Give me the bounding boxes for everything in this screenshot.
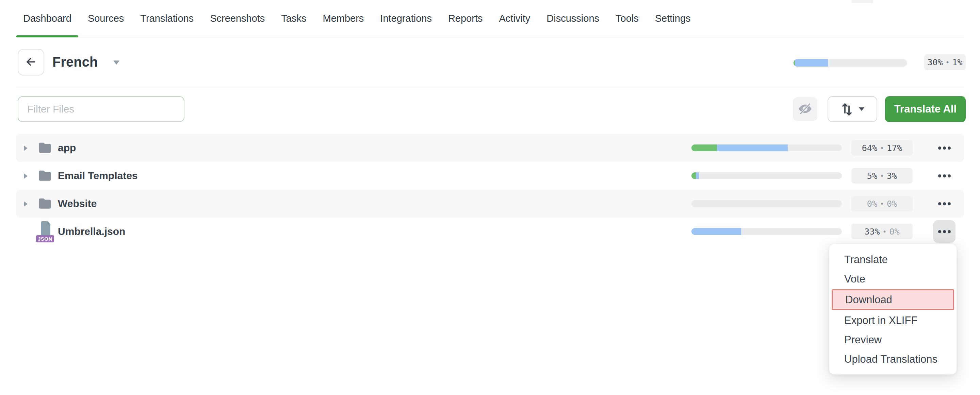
tab-label: Integrations <box>380 13 432 24</box>
translated-percent: 0% <box>867 199 877 209</box>
tab-label: Tools <box>616 13 639 24</box>
translated-percent: 33% <box>864 227 880 236</box>
file-row-website[interactable]: Website 0% • 0% <box>16 190 964 217</box>
badge-separator: • <box>880 172 884 180</box>
json-chip-label: JSON <box>36 235 54 243</box>
ellipsis-icon <box>938 174 951 178</box>
badge-separator: • <box>883 227 887 236</box>
hide-completed-button[interactable] <box>793 97 817 121</box>
tab-members[interactable]: Members <box>316 0 371 37</box>
translated-progress-segment <box>692 228 741 235</box>
file-context-menu: Translate Vote Download Export in XLIFF … <box>829 243 957 374</box>
approved-progress-segment <box>692 172 696 179</box>
file-progress-bar <box>692 172 842 179</box>
file-progress-badge: 64% • 17% <box>851 140 913 156</box>
tab-tools[interactable]: Tools <box>609 0 646 37</box>
tab-translations[interactable]: Translations <box>134 0 200 37</box>
context-menu-item-upload-translations[interactable]: Upload Translations <box>829 349 956 369</box>
file-name: Email Templates <box>58 170 138 181</box>
file-progress-badge: 33% • 0% <box>851 224 913 239</box>
row-actions-button[interactable] <box>933 165 956 187</box>
approved-percent: 17% <box>887 143 902 153</box>
badge-separator: • <box>880 200 884 208</box>
tab-label: Translations <box>140 13 194 24</box>
tab-integrations[interactable]: Integrations <box>373 0 439 37</box>
page-title: French <box>52 53 98 71</box>
eye-slash-icon <box>798 102 812 117</box>
badge-separator: • <box>946 58 950 66</box>
translate-all-button[interactable]: Translate All <box>885 96 966 122</box>
menu-item-label: Download <box>845 294 892 306</box>
filter-files-input[interactable] <box>18 96 185 122</box>
ellipsis-icon <box>938 202 951 205</box>
context-menu-item-download[interactable]: Download <box>832 289 954 310</box>
tab-screenshots[interactable]: Screenshots <box>203 0 272 37</box>
context-menu-item-export-in-xliff[interactable]: Export in XLIFF <box>829 311 956 330</box>
tab-dashboard[interactable]: Dashboard <box>16 0 78 37</box>
approved-percent: 1% <box>953 57 963 67</box>
tab-settings[interactable]: Settings <box>648 0 698 37</box>
tab-label: Discussions <box>546 13 599 24</box>
tab-label: Members <box>323 13 364 24</box>
sort-button[interactable] <box>827 96 877 122</box>
sort-arrows-icon <box>840 102 853 117</box>
folder-icon <box>38 197 52 210</box>
context-menu-item-vote[interactable]: Vote <box>829 269 956 289</box>
menu-item-label: Export in XLIFF <box>844 314 917 327</box>
folder-icon <box>38 141 52 154</box>
tab-activity[interactable]: Activity <box>492 0 537 37</box>
file-progress-bar <box>692 228 842 235</box>
project-nav: Dashboard Sources Translations Screensho… <box>16 0 964 37</box>
file-name: Umbrella.json <box>58 226 125 237</box>
context-menu-item-preview[interactable]: Preview <box>829 330 956 349</box>
tab-label: Dashboard <box>23 13 72 24</box>
file-progress-badge: 5% • 3% <box>851 168 913 184</box>
tab-discussions[interactable]: Discussions <box>540 0 606 37</box>
tab-reports[interactable]: Reports <box>441 0 490 37</box>
tab-tasks[interactable]: Tasks <box>274 0 313 37</box>
approved-percent: 0% <box>889 227 900 236</box>
header-divider <box>16 87 964 87</box>
translated-percent: 64% <box>862 143 877 153</box>
row-actions-button[interactable] <box>933 220 956 243</box>
menu-item-label: Preview <box>844 334 882 346</box>
back-button[interactable] <box>18 49 44 76</box>
file-name: app <box>58 142 76 154</box>
row-icon: JSON <box>38 221 53 242</box>
expand-caret-icon[interactable] <box>24 201 27 207</box>
ellipsis-icon <box>938 230 951 233</box>
expand-caret-icon[interactable] <box>24 146 27 151</box>
file-row-app[interactable]: app 64% • 17% <box>16 134 964 162</box>
approved-percent: 0% <box>887 199 897 209</box>
file-row-email-templates[interactable]: Email Templates 5% • 3% <box>16 162 964 190</box>
translated-percent: 30% <box>927 57 943 67</box>
row-icon <box>38 141 52 154</box>
file-list: app 64% • 17% Email Templates <box>16 134 964 246</box>
menu-item-label: Vote <box>844 273 865 285</box>
file-progress-bar <box>692 200 842 207</box>
back-arrow-icon <box>24 56 37 69</box>
tab-label: Screenshots <box>210 13 265 24</box>
file-progress-badge: 0% • 0% <box>851 196 913 211</box>
language-dropdown-caret-icon[interactable] <box>113 60 119 65</box>
approved-percent: 3% <box>887 171 897 181</box>
language-progress-bar <box>794 59 907 67</box>
tab-label: Sources <box>88 13 124 24</box>
menu-item-label: Translate <box>844 254 888 266</box>
tab-label: Reports <box>448 13 483 24</box>
file-row-umbrella-json[interactable]: JSON Umbrella.json 33% • 0% <box>16 217 964 246</box>
ellipsis-icon <box>938 146 951 149</box>
translated-progress-segment <box>717 144 788 151</box>
row-actions-button[interactable] <box>933 192 956 215</box>
context-menu-item-translate[interactable]: Translate <box>829 250 956 269</box>
file-name: Website <box>58 198 97 209</box>
row-actions-button[interactable] <box>933 136 956 159</box>
expand-caret-icon[interactable] <box>24 173 27 179</box>
translated-percent: 5% <box>867 171 877 181</box>
tab-label: Tasks <box>281 13 306 24</box>
row-icon <box>38 197 52 210</box>
badge-separator: • <box>880 144 884 152</box>
tab-sources[interactable]: Sources <box>81 0 130 37</box>
file-progress-bar <box>692 144 842 151</box>
translated-progress-segment <box>696 172 699 179</box>
